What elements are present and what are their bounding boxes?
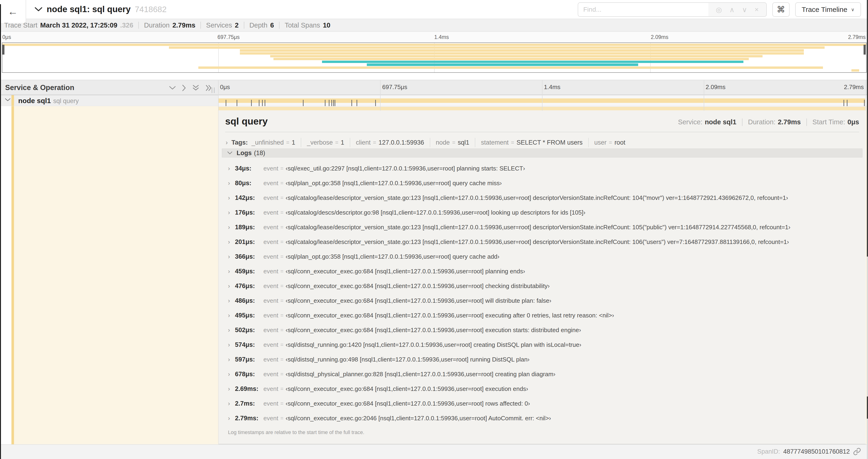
- log-row[interactable]: ›2.69ms:event=‹sql/conn_executor_exec.go…: [228, 382, 861, 396]
- chevron-right-icon: ›: [228, 209, 235, 216]
- log-row[interactable]: ›201μs:event=‹sql/catalog/lease/descript…: [228, 235, 861, 249]
- meta-item: Start Time:0μs: [812, 118, 859, 126]
- log-row[interactable]: ›34μs:event=‹sql/exec_util.go:2297 [nsql…: [228, 161, 861, 176]
- chevron-right-icon: ›: [228, 238, 235, 245]
- timeline-tick-label: 1.4ms: [544, 84, 560, 91]
- find-clear-icon[interactable]: ×: [754, 6, 759, 13]
- tag-item[interactable]: client=127.0.0.1:59936: [356, 139, 424, 146]
- tag-item[interactable]: user=root: [594, 139, 625, 146]
- log-row[interactable]: ›459μs:event=‹sql/conn_executor_exec.go:…: [228, 264, 861, 279]
- collapse-one-icon[interactable]: [169, 86, 176, 90]
- log-row[interactable]: ›176μs:event=‹sql/catalog/descs/descript…: [228, 205, 861, 220]
- minimap-time-label: 1.4ms: [434, 34, 449, 40]
- span-detail-region: sql query Service:node sql1Duration:2.79…: [0, 106, 868, 444]
- tag-item[interactable]: node=sql1: [436, 139, 469, 146]
- span-operation-name[interactable]: sql query: [53, 97, 79, 105]
- minimap-right-handle[interactable]: [864, 45, 866, 55]
- chevron-right-icon: ›: [228, 356, 235, 363]
- tag-item[interactable]: statement=SELECT * FROM users: [481, 139, 583, 146]
- log-row[interactable]: ›574μs:event=‹sql/distsql_running.go:142…: [228, 337, 861, 352]
- span-meta: Service:node sql1Duration:2.79msStart Ti…: [678, 118, 859, 126]
- minimap-time-labels: 0μs697.75μs1.4ms2.09ms2.79ms: [0, 32, 868, 42]
- keyboard-shortcuts-button[interactable]: ⌘: [772, 2, 789, 17]
- tags-label: Tags:: [231, 139, 248, 146]
- minimap-span-row: [2, 43, 866, 46]
- span-row[interactable]: node sql1 sql query: [0, 95, 868, 106]
- minimap-span-row: [2, 52, 866, 55]
- meta-item: Service:node sql1: [678, 118, 736, 126]
- chevron-right-icon: ›: [228, 400, 235, 407]
- tags-row[interactable]: › Tags: _unfinished=1_verbose=1client=12…: [226, 136, 625, 149]
- log-row[interactable]: ›476μs:event=‹sql/conn_executor_exec.go:…: [228, 279, 861, 293]
- trace-minimap[interactable]: [2, 42, 867, 73]
- minimap-span-bar: [2, 44, 866, 46]
- deep-link-icon[interactable]: [853, 448, 861, 456]
- divider: [200, 22, 201, 29]
- chevron-right-icon: ›: [228, 327, 235, 334]
- find-input[interactable]: [578, 2, 708, 17]
- logs-footnote: Log timestamps are relative to the start…: [228, 429, 364, 435]
- minimap-left-handle[interactable]: [2, 45, 4, 55]
- logs-section-header[interactable]: Logs (18): [222, 149, 862, 157]
- top-bar: ← node sql1: sql query 7418682 ◎ ∧ ∨ × ⌘…: [0, 0, 868, 19]
- log-row[interactable]: ›495μs:event=‹sql/conn_executor_exec.go:…: [228, 308, 861, 323]
- divider: [350, 138, 350, 147]
- trace-view-label: Trace Timeline: [802, 6, 847, 13]
- summary-item: Services2: [206, 22, 239, 29]
- divider: [806, 119, 807, 126]
- scrollbar[interactable]: [867, 0, 868, 459]
- timeline-tick-label: 2.09ms: [706, 84, 725, 91]
- minimap-span-row: [2, 69, 866, 72]
- page-title: node sql1: sql query: [46, 4, 131, 14]
- log-row[interactable]: ›142μs:event=‹sql/catalog/lease/descript…: [228, 191, 861, 205]
- span-bar-lane[interactable]: [218, 95, 866, 106]
- minimap-span-row: [2, 58, 866, 60]
- chevron-right-icon: ›: [226, 139, 228, 146]
- minimap-span-row: [2, 63, 866, 66]
- log-row[interactable]: ›80μs:event=‹sql/plan_opt.go:358 [nsql1,…: [228, 176, 861, 191]
- minimap-span-bar: [270, 55, 763, 57]
- minimap-span-bar: [851, 69, 859, 72]
- divider: [138, 22, 139, 29]
- expand-one-icon[interactable]: [182, 85, 186, 91]
- service-color-strip: [11, 106, 14, 444]
- column-resize-grip[interactable]: ||: [211, 86, 216, 94]
- log-row[interactable]: ›678μs:event=‹sql/distsql_physical_plann…: [228, 367, 861, 382]
- span-bar-ghost: [219, 107, 866, 110]
- log-row[interactable]: ›486μs:event=‹sql/conn_executor_exec.go:…: [228, 293, 861, 308]
- log-row[interactable]: ›189μs:event=‹sql/catalog/lease/descript…: [228, 220, 861, 235]
- summary-item: Duration2.79ms: [144, 22, 195, 29]
- minimap-span-row: [2, 46, 866, 49]
- find-group: ◎ ∧ ∨ ×: [578, 2, 767, 17]
- span-duration-bar[interactable]: [218, 98, 866, 103]
- back-arrow-icon: ←: [8, 6, 18, 17]
- log-row[interactable]: ›502μs:event=‹sql/conn_executor_exec.go:…: [228, 323, 861, 337]
- trace-view-select[interactable]: Trace Timeline ∨: [795, 2, 861, 17]
- chevron-right-icon: ›: [228, 341, 235, 349]
- timeline-column-header: Service & Operation || 0μs697.75μs1.4ms2…: [0, 80, 868, 95]
- tag-item[interactable]: _verbose=1: [307, 139, 344, 146]
- divider: [475, 138, 475, 147]
- chevron-right-icon: ›: [228, 297, 235, 304]
- trace-summary-bar: Trace StartMarch 31 2022, 17:25:09.326Du…: [0, 19, 868, 32]
- locate-icon[interactable]: ◎: [716, 6, 722, 14]
- find-prev-icon[interactable]: ∧: [730, 6, 735, 14]
- summary-item: Depth6: [249, 22, 274, 29]
- collapse-span-icon[interactable]: [5, 98, 11, 102]
- span-service-name[interactable]: node sql1: [18, 97, 51, 105]
- log-row[interactable]: ›597μs:event=‹sql/distsql_running.go:498…: [228, 352, 861, 367]
- minimap-span-bar: [367, 63, 638, 66]
- chevron-right-icon: ›: [228, 194, 235, 201]
- log-row[interactable]: ›2.79ms:event=‹sql/conn_executor_exec.go…: [228, 411, 861, 426]
- log-row[interactable]: ›2.7ms:event=‹sql/conn_executor_exec.go:…: [228, 396, 861, 411]
- chevron-right-icon: ›: [228, 385, 235, 393]
- find-next-icon[interactable]: ∨: [742, 6, 747, 14]
- back-button[interactable]: ←: [0, 0, 26, 23]
- collapse-all-icon[interactable]: [192, 85, 199, 91]
- chevron-right-icon: ›: [228, 283, 235, 290]
- tag-item[interactable]: _unfinished=1: [251, 139, 295, 146]
- collapse-trace-icon[interactable]: [34, 7, 42, 12]
- chevron-right-icon: ›: [228, 179, 235, 187]
- chevron-right-icon: ›: [228, 253, 235, 260]
- log-row[interactable]: ›366μs:event=‹sql/plan_opt.go:358 [nsql1…: [228, 249, 861, 264]
